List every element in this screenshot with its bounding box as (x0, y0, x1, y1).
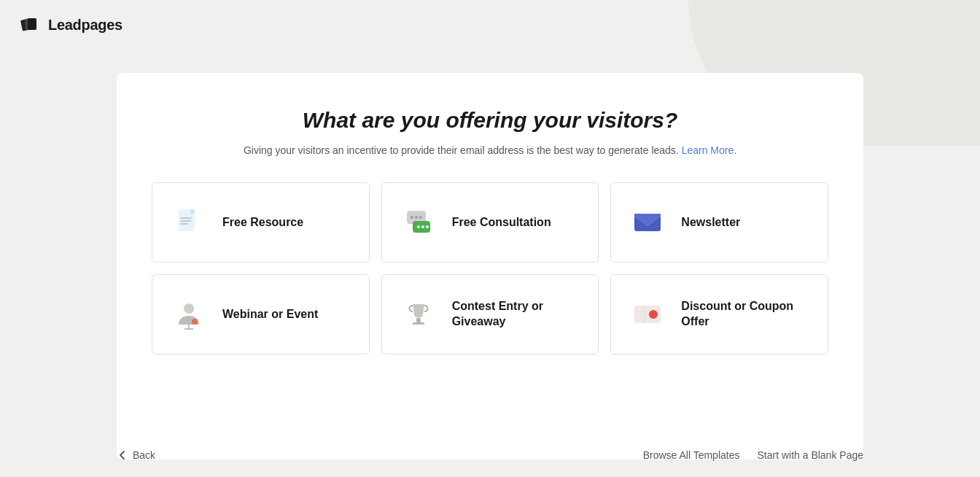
option-contest-giveaway[interactable]: Contest Entry or Giveaway (381, 274, 599, 354)
svg-point-10 (415, 216, 418, 219)
learn-more-link[interactable]: Learn More. (682, 144, 736, 156)
svg-rect-4 (190, 209, 195, 214)
svg-rect-22 (413, 322, 424, 325)
start-blank-link[interactable]: Start with a Blank Page (757, 449, 863, 461)
page-subtitle: Giving your visitors an incentive to pro… (152, 144, 828, 156)
svg-rect-21 (416, 318, 421, 322)
svg-point-25 (649, 310, 658, 319)
svg-point-15 (426, 225, 429, 228)
footer-right-links: Browse All Templates Start with a Blank … (643, 449, 863, 461)
options-grid: Free Resource Free Consultation (152, 182, 828, 354)
svg-point-20 (192, 319, 198, 325)
option-free-consultation-label: Free Consultation (452, 215, 551, 230)
option-webinar-event[interactable]: Webinar or Event (152, 274, 370, 354)
svg-point-17 (184, 303, 194, 314)
option-discount-coupon[interactable]: Discount or Coupon Offer (610, 274, 828, 354)
option-contest-giveaway-label: Contest Entry or Giveaway (452, 299, 581, 330)
option-newsletter[interactable]: Newsletter (610, 182, 828, 263)
logo-icon (18, 13, 41, 36)
svg-point-9 (411, 216, 413, 219)
svg-point-11 (419, 216, 422, 219)
svg-rect-2 (28, 18, 36, 30)
logo-text: Leadpages (48, 17, 122, 34)
option-newsletter-label: Newsletter (681, 215, 740, 230)
option-free-consultation[interactable]: Free Consultation (381, 182, 599, 263)
webinar-icon (170, 295, 208, 333)
browse-templates-link[interactable]: Browse All Templates (643, 449, 740, 461)
option-webinar-event-label: Webinar or Event (222, 307, 318, 322)
svg-point-13 (417, 225, 420, 228)
option-free-resource[interactable]: Free Resource (152, 182, 370, 263)
option-free-resource-label: Free Resource (222, 215, 303, 230)
footer: Back Browse All Templates Start with a B… (117, 433, 863, 477)
contest-icon (400, 295, 438, 333)
discount-icon (629, 295, 666, 333)
consultation-icon (400, 203, 438, 241)
svg-point-14 (421, 225, 424, 228)
free-resource-icon (170, 203, 208, 241)
chevron-left-icon (117, 449, 128, 461)
back-button[interactable]: Back (117, 449, 155, 461)
main-card: What are you offering your visitors? Giv… (117, 73, 863, 459)
header: Leadpages (0, 0, 140, 50)
option-discount-coupon-label: Discount or Coupon Offer (681, 299, 810, 330)
newsletter-icon (629, 203, 666, 241)
page-title: What are you offering your visitors? (152, 108, 828, 133)
